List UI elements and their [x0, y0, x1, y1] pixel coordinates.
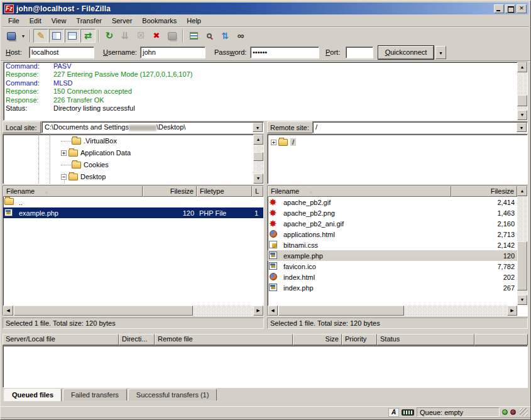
password-input[interactable]: •••••• — [250, 47, 319, 58]
file-row[interactable]: ✸apache_pb2.png1,463 — [268, 207, 517, 218]
username-input[interactable]: john — [140, 47, 205, 58]
tab-queued-files[interactable]: Queued files — [4, 389, 62, 401]
tree-item-virtualbox[interactable]: .VirtualBox — [61, 135, 117, 146]
php-file-icon — [269, 251, 277, 259]
tree-item-application-data[interactable]: +Application Data — [61, 147, 131, 158]
column-header-server-local-file[interactable]: Server/Local file — [3, 334, 119, 345]
local-tree: .VirtualBox +Application Data Cookies −D… — [3, 134, 264, 184]
file-row-parent-dir[interactable]: .. — [3, 197, 263, 207]
column-header-lastmodified[interactable]: L — [252, 186, 263, 197]
activity-led-red-icon — [510, 409, 516, 415]
refresh-button[interactable]: ↻ — [102, 29, 117, 43]
local-site-combo[interactable]: C:\Documents and Settings\Desktop\ ▼ — [41, 121, 264, 133]
expand-plus-icon[interactable]: + — [61, 150, 67, 156]
close-button[interactable] — [517, 4, 527, 13]
site-manager-dropdown[interactable]: ▼ — [19, 29, 27, 43]
log-view-icon: ✎ — [37, 31, 45, 40]
file-row[interactable]: index.html202 — [268, 272, 517, 282]
toolbar-separator — [98, 30, 99, 42]
maximize-button[interactable] — [505, 4, 515, 13]
file-row[interactable]: favicon.ico7,782 — [268, 261, 517, 272]
quickconnect-button[interactable]: Quickconnect — [378, 46, 434, 59]
column-header-remote-file[interactable]: Remote file — [155, 334, 293, 345]
toggle-remote-tree-button[interactable] — [65, 29, 80, 43]
reconnect-button[interactable] — [165, 29, 180, 43]
column-header-filesize[interactable]: Filesize — [143, 186, 197, 197]
column-header-filetype[interactable]: Filetype — [197, 186, 252, 197]
tree-item-root[interactable]: +/ — [271, 136, 296, 148]
disconnect-button[interactable]: ✖ — [149, 29, 164, 43]
column-header-priority[interactable]: Priority — [342, 334, 377, 345]
data-type-indicator-icon: A — [388, 408, 399, 417]
column-header-filesize[interactable]: Filesize — [451, 186, 517, 197]
minimize-button[interactable] — [494, 4, 504, 13]
sync-browsing-button[interactable]: ⇅ — [217, 29, 233, 43]
menu-view[interactable]: View — [47, 16, 72, 26]
combo-dropdown-icon[interactable]: ▼ — [517, 123, 527, 132]
tree-item-desktop[interactable]: −Desktop — [61, 171, 106, 182]
menu-server[interactable]: Server — [107, 16, 137, 26]
sort-ascending-icon: ▲ — [308, 189, 314, 195]
file-row[interactable]: index.php267 — [268, 282, 517, 293]
menu-help[interactable]: Help — [182, 16, 206, 26]
remote-site-combo[interactable]: / ▼ — [312, 121, 528, 133]
find-files-button[interactable]: ∞ — [233, 29, 248, 43]
toggle-queue-button[interactable]: ⇄ — [80, 29, 96, 43]
process-queue-button[interactable]: ⇊ — [118, 29, 133, 43]
scrollbar-thumb[interactable] — [517, 241, 527, 290]
cancel-operation-button[interactable]: ☒ — [133, 29, 148, 43]
scrollbar-thumb[interactable] — [14, 306, 193, 316]
scroll-up-button[interactable]: ▲ — [253, 135, 263, 145]
menu-transfer[interactable]: Transfer — [71, 16, 107, 26]
collapse-minus-icon[interactable]: − — [61, 174, 67, 180]
tab-successful-transfers[interactable]: Successful transfers (1) — [128, 389, 217, 401]
column-header-status[interactable]: Status — [377, 334, 474, 345]
resize-grip[interactable] — [520, 408, 528, 416]
queue-list[interactable] — [3, 345, 528, 388]
scrollbar-thumb[interactable] — [517, 95, 527, 106]
log-scrollbar[interactable]: ▲ ▼ — [517, 62, 527, 120]
scroll-down-button[interactable]: ▼ — [517, 110, 527, 120]
remote-hscrollbar[interactable]: ◀ ▶ — [268, 306, 517, 316]
menu-bookmarks[interactable]: Bookmarks — [137, 16, 182, 26]
scrollbar-thumb[interactable] — [253, 152, 263, 161]
compare-button[interactable] — [202, 29, 217, 43]
expand-plus-icon[interactable]: + — [271, 140, 276, 145]
title-bar: Fz john@localhost - FileZilla — [3, 3, 528, 14]
folder-icon — [72, 162, 81, 169]
scroll-up-button[interactable]: ▲ — [517, 186, 527, 196]
local-hscrollbar[interactable]: ◀ ▶ — [3, 306, 263, 316]
tree-item-cookies[interactable]: Cookies — [61, 159, 109, 170]
local-tree-scrollbar[interactable]: ▲ ▼ — [253, 135, 263, 184]
find-icon: ∞ — [238, 31, 244, 40]
host-input[interactable]: localhost — [29, 47, 94, 58]
scrollbar-thumb[interactable] — [278, 306, 404, 316]
queue-tabs: Queued files Failed transfers Successful… — [4, 389, 217, 401]
column-header-direction[interactable]: Directi... — [119, 334, 155, 345]
combo-dropdown-icon[interactable]: ▼ — [253, 123, 263, 132]
quickconnect-dropdown[interactable]: ▼ — [435, 46, 446, 59]
site-manager-button[interactable] — [4, 29, 19, 43]
scroll-down-button[interactable]: ▼ — [517, 295, 527, 305]
menu-file[interactable]: File — [3, 16, 25, 26]
toggle-log-button[interactable]: ✎ — [33, 29, 48, 43]
column-header-filename[interactable]: Filename▲ — [268, 186, 451, 197]
scroll-up-button[interactable]: ▲ — [517, 62, 527, 72]
file-row[interactable]: applications.html2,713 — [268, 229, 517, 240]
file-row[interactable]: ✸apache_pb2_ani.gif2,160 — [268, 218, 517, 229]
port-input[interactable] — [346, 47, 373, 58]
column-header-filename[interactable]: Filename▲ — [3, 186, 143, 197]
file-row[interactable]: bitnami.css2,142 — [268, 240, 517, 250]
remote-file-list: Filename▲ Filesize ✸apache_pb2.gif2,414 … — [267, 185, 528, 316]
menu-edit[interactable]: Edit — [25, 16, 47, 26]
file-row-example-php[interactable]: example.php 120 PHP File 1 — [3, 207, 263, 218]
filter-button[interactable] — [186, 29, 201, 43]
file-row[interactable]: ✸apache_pb2.gif2,414 — [268, 197, 517, 207]
remote-vscrollbar[interactable]: ▲ ▼ — [517, 186, 527, 305]
tab-failed-transfers[interactable]: Failed transfers — [63, 389, 127, 401]
port-label: Port: — [326, 48, 340, 56]
toggle-local-tree-button[interactable] — [49, 29, 64, 43]
column-header-size[interactable]: Size — [293, 334, 342, 345]
file-row-selected[interactable]: example.php120 — [268, 250, 517, 261]
scroll-down-button[interactable]: ▼ — [253, 174, 263, 184]
